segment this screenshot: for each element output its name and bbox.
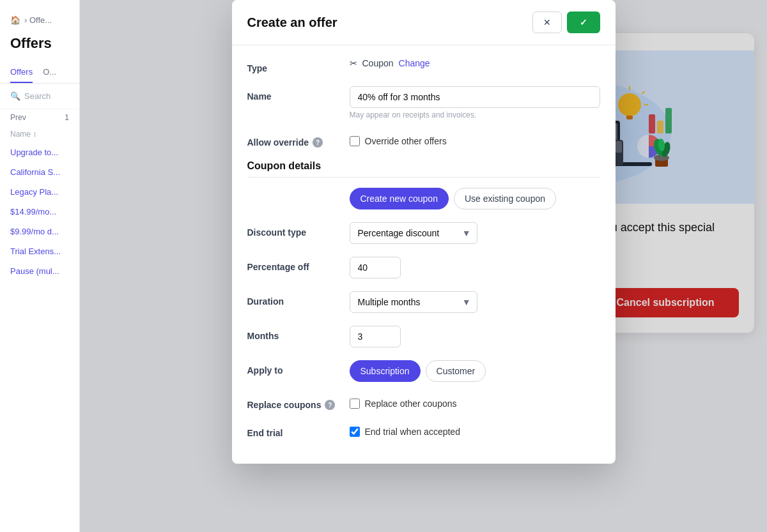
discount-type-row: Discount type Percentage discount Fixed … [247,222,600,244]
page-number: 1 [65,113,69,122]
percentage-off-input[interactable] [350,257,401,278]
sidebar-tabs: Offers O... [0,62,79,84]
end-trial-label: End trial [247,423,350,438]
allow-override-help-icon[interactable]: ? [313,137,323,148]
tab-other[interactable]: O... [43,62,56,83]
breadcrumb-arrow: › Offe... [24,15,52,25]
months-input[interactable] [350,326,401,347]
replace-coupons-row: Replace coupons ? Replace other coupons [247,395,600,410]
replace-coupons-checkbox-label: Replace other coupons [365,399,457,409]
percentage-off-field [350,257,600,278]
allow-override-field: Override other offers [350,132,600,146]
type-row: Type ✂ Coupon Change [247,58,600,73]
name-hint: May appear on receipts and invoices. [350,110,600,119]
apply-to-label: Apply to [247,360,350,376]
apply-subscription-button[interactable]: Subscription [350,360,421,382]
end-trial-checkbox-row: End trial when accepted [350,423,600,437]
end-trial-row: End trial End trial when accepted [247,423,600,438]
list-item[interactable]: $9.99/mo d... [0,222,79,241]
allow-override-row: Allow override ? Override other offers [247,132,600,148]
search-icon: 🔍 [10,91,20,101]
create-new-coupon-button[interactable]: Create new coupon [350,188,449,209]
replace-coupons-field: Replace other coupons [350,395,600,409]
percentage-off-row: Percentage off [247,257,600,278]
type-value: Coupon [362,58,394,68]
duration-field: Once Multiple months Forever ▼ [350,291,600,313]
cancel-icon: ✕ [543,17,551,27]
replace-coupons-help-icon[interactable]: ? [325,400,335,410]
cancel-modal-button[interactable]: ✕ [532,11,562,33]
duration-row: Duration Once Multiple months Forever ▼ [247,291,600,313]
list-item[interactable]: Legacy Pla... [0,182,79,202]
discount-type-select-wrapper: Percentage discount Fixed amount discoun… [350,222,477,244]
discount-type-field: Percentage discount Fixed amount discoun… [350,222,600,244]
override-checkbox-row: Override other offers [350,132,600,146]
duration-label: Duration [247,291,350,307]
replace-coupons-checkbox[interactable] [350,399,360,409]
type-change-button[interactable]: Change [399,58,430,68]
sidebar-search[interactable]: 🔍 Search [0,84,79,109]
type-field: ✂ Coupon Change [350,58,600,68]
modal-title: Create an offer [247,15,337,30]
sidebar-col-header: Name ↕ [0,126,79,142]
name-label: Name [247,86,350,102]
modal-actions: ✕ ✓ [532,11,600,33]
list-item[interactable]: $14.99/mo... [0,202,79,222]
discount-type-select[interactable]: Percentage discount Fixed amount discoun… [350,222,477,244]
percentage-off-label: Percentage off [247,257,350,272]
home-icon: 🏠 [10,15,20,25]
allow-override-label: Allow override ? [247,132,350,148]
months-row: Months [247,326,600,347]
list-item[interactable]: California S... [0,162,79,182]
replace-coupons-checkbox-row: Replace other coupons [350,395,600,409]
type-label: Type [247,58,350,73]
save-modal-button[interactable]: ✓ [567,11,600,33]
prev-label[interactable]: Prev [10,113,26,122]
duration-select-wrapper: Once Multiple months Forever ▼ [350,291,477,313]
replace-coupons-label: Replace coupons ? [247,395,350,410]
search-placeholder: Search [24,91,50,101]
sidebar: 🏠 › Offe... Offers Offers O... 🔍 Search … [0,0,80,532]
sidebar-nav: Prev 1 [0,109,79,126]
tab-offers[interactable]: Offers [10,62,33,83]
modal-overlay: Create an offer ✕ ✓ Type [80,0,767,532]
discount-type-label: Discount type [247,222,350,238]
sidebar-home[interactable]: 🏠 › Offe... [0,10,79,30]
sidebar-title: Offers [0,30,79,62]
end-trial-field: End trial when accepted [350,423,600,437]
list-item[interactable]: Pause (mul... [0,261,79,281]
save-icon: ✓ [580,17,587,27]
main-content: Create an offer ✕ ✓ Type [80,0,767,532]
name-input[interactable] [350,86,600,108]
modal-header: Create an offer ✕ ✓ [232,0,616,45]
apply-to-row: Apply to Subscription Customer [247,360,600,382]
modal-body: Type ✂ Coupon Change Name May appear on … [232,45,616,464]
override-checkbox-label: Override other offers [365,136,447,146]
coupon-toggle-spacer [247,188,350,193]
list-item[interactable]: Trial Extens... [0,241,79,261]
create-offer-modal: Create an offer ✕ ✓ Type [232,0,616,464]
apply-to-group: Subscription Customer [350,360,486,382]
use-existing-coupon-button[interactable]: Use existing coupon [454,188,556,209]
coupon-toggle-row: Create new coupon Use existing coupon [247,188,600,209]
override-checkbox[interactable] [350,136,360,146]
name-field: May appear on receipts and invoices. [350,86,600,119]
end-trial-checkbox-label: End trial when accepted [365,427,460,437]
end-trial-checkbox[interactable] [350,427,360,437]
name-row: Name May appear on receipts and invoices… [247,86,600,119]
coupon-toggle-group: Create new coupon Use existing coupon [350,188,557,209]
coupon-details-title: Coupon details [247,160,600,178]
coupon-icon: ✂ [350,58,357,68]
apply-customer-button[interactable]: Customer [426,360,486,382]
duration-select[interactable]: Once Multiple months Forever [350,291,477,313]
list-item[interactable]: Upgrade to... [0,142,79,162]
months-field [350,326,600,347]
months-label: Months [247,326,350,341]
